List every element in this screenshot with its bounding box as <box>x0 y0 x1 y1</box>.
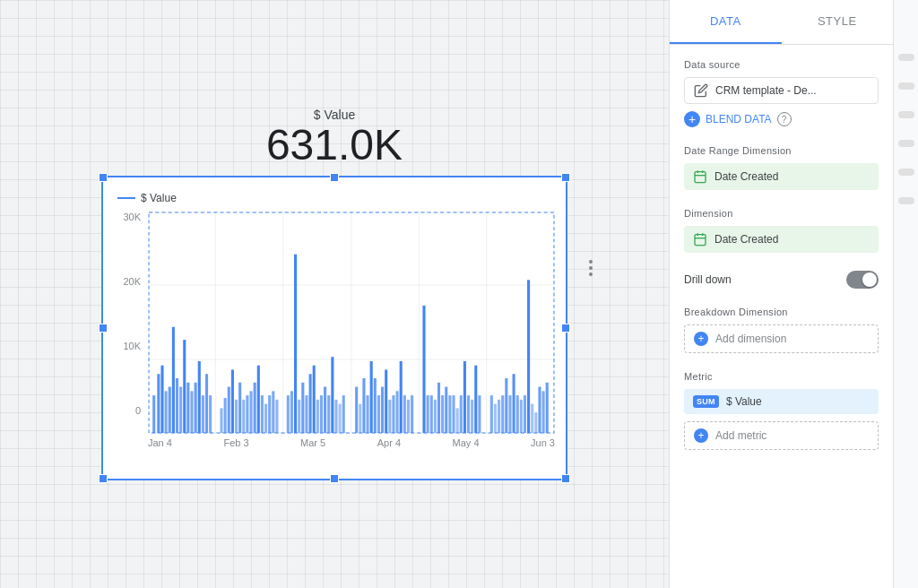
svg-rect-21 <box>195 383 197 433</box>
chart-title-area: $ Value 631.0K <box>266 108 403 169</box>
tab-style[interactable]: STYLE <box>782 0 894 44</box>
metric-value: $ Value <box>726 395 762 408</box>
chart-widget[interactable]: $ Value 631.0K $ Value 30K 20K <box>101 108 567 481</box>
add-dimension-chip[interactable]: + Add dimension <box>684 324 879 353</box>
y-label-20k: 20K <box>123 276 141 287</box>
svg-rect-73 <box>411 395 413 433</box>
drill-down-toggle[interactable] <box>846 271 879 289</box>
svg-rect-110 <box>695 235 706 246</box>
svg-rect-51 <box>320 395 323 433</box>
scroll-item-6 <box>898 197 914 204</box>
svg-rect-50 <box>316 400 319 433</box>
data-source-name: CRM template - De... <box>715 84 869 97</box>
svg-rect-17 <box>179 387 182 434</box>
x-axis: Jan 4 Feb 3 Mar 5 Apr 4 May 4 Jun 3 <box>114 434 555 448</box>
resize-handle-bl[interactable] <box>99 474 108 483</box>
svg-rect-102 <box>534 413 537 434</box>
panel-content: Data source CRM template - De... + BLEND… <box>670 45 893 588</box>
right-scroll-hint <box>893 0 918 588</box>
svg-rect-84 <box>460 395 463 433</box>
metric-chip[interactable]: SUM $ Value <box>684 389 879 414</box>
resize-handle-bm[interactable] <box>330 474 339 483</box>
svg-rect-83 <box>456 409 459 434</box>
add-metric-chip[interactable]: + Add metric <box>684 421 879 450</box>
svg-rect-24 <box>205 375 208 434</box>
svg-rect-74 <box>422 306 425 433</box>
svg-rect-106 <box>695 172 706 183</box>
svg-rect-58 <box>355 387 358 434</box>
svg-rect-67 <box>388 400 391 433</box>
resize-handle-br[interactable] <box>561 474 570 483</box>
dimension-value: Date Created <box>714 233 778 246</box>
svg-rect-95 <box>508 395 511 433</box>
svg-rect-16 <box>176 378 178 433</box>
resize-handle-mr[interactable] <box>561 324 570 333</box>
svg-rect-81 <box>448 395 451 433</box>
dimension-chip[interactable]: Date Created <box>684 226 879 253</box>
svg-rect-101 <box>531 404 533 433</box>
svg-rect-52 <box>324 387 326 434</box>
tab-data[interactable]: DATA <box>670 0 782 44</box>
svg-rect-12 <box>160 366 163 433</box>
svg-rect-33 <box>246 395 248 433</box>
date-range-chip[interactable]: Date Created <box>684 163 879 190</box>
svg-rect-36 <box>257 366 260 433</box>
scroll-item-1 <box>898 54 914 61</box>
svg-rect-65 <box>381 387 384 434</box>
more-options-button[interactable] <box>589 260 593 276</box>
panel-tabs: DATA STYLE <box>670 0 893 45</box>
svg-rect-70 <box>400 361 403 433</box>
svg-rect-99 <box>524 395 526 433</box>
svg-rect-39 <box>268 395 271 433</box>
svg-rect-75 <box>427 395 429 433</box>
svg-rect-76 <box>430 395 433 433</box>
svg-rect-32 <box>242 400 245 433</box>
svg-rect-94 <box>505 378 507 433</box>
drill-down-section: Drill down <box>684 271 879 289</box>
data-source-row[interactable]: CRM template - De... <box>684 77 879 104</box>
svg-rect-90 <box>490 395 493 433</box>
svg-rect-30 <box>235 400 238 433</box>
svg-rect-97 <box>516 395 519 433</box>
chart-svg <box>148 212 555 434</box>
x-label-jan4: Jan 4 <box>148 437 172 448</box>
svg-rect-35 <box>254 383 256 433</box>
chart-container[interactable]: $ Value 30K 20K 10K 0 <box>101 176 567 480</box>
svg-rect-57 <box>342 395 345 433</box>
help-icon[interactable]: ? <box>777 112 792 126</box>
resize-handle-tl[interactable] <box>99 173 108 182</box>
breakdown-section: Breakdown Dimension + Add dimension <box>684 307 879 353</box>
svg-rect-11 <box>157 375 160 434</box>
svg-rect-44 <box>294 255 297 433</box>
canvas-area: $ Value 631.0K $ Value 30K 20K <box>0 0 669 588</box>
svg-rect-19 <box>186 383 189 433</box>
svg-rect-26 <box>220 409 222 434</box>
pencil-icon <box>694 83 708 98</box>
svg-rect-91 <box>494 404 497 433</box>
resize-handle-ml[interactable] <box>99 324 108 333</box>
y-label-30k: 30K <box>123 212 141 222</box>
add-dimension-icon: + <box>694 332 708 346</box>
svg-rect-23 <box>202 395 204 433</box>
svg-rect-60 <box>362 378 365 433</box>
blend-data-row[interactable]: + BLEND DATA ? <box>684 111 879 127</box>
svg-rect-43 <box>290 392 293 434</box>
blend-data-label: BLEND DATA <box>706 113 772 125</box>
scroll-item-5 <box>898 169 914 176</box>
svg-rect-14 <box>169 387 171 434</box>
svg-rect-69 <box>396 392 399 434</box>
breakdown-label: Breakdown Dimension <box>684 307 879 317</box>
svg-rect-104 <box>542 392 545 434</box>
drill-row: Drill down <box>684 271 879 289</box>
resize-handle-tr[interactable] <box>561 173 570 182</box>
metric-label: Metric <box>684 371 879 382</box>
svg-rect-62 <box>370 361 373 433</box>
svg-rect-93 <box>501 395 504 433</box>
dot3 <box>589 272 593 276</box>
blend-icon: + <box>684 111 700 127</box>
svg-rect-71 <box>403 395 406 433</box>
resize-handle-tm[interactable] <box>330 173 339 182</box>
svg-rect-55 <box>334 400 337 433</box>
date-range-section: Date Range Dimension Date Created <box>684 145 879 190</box>
svg-rect-56 <box>339 404 342 433</box>
